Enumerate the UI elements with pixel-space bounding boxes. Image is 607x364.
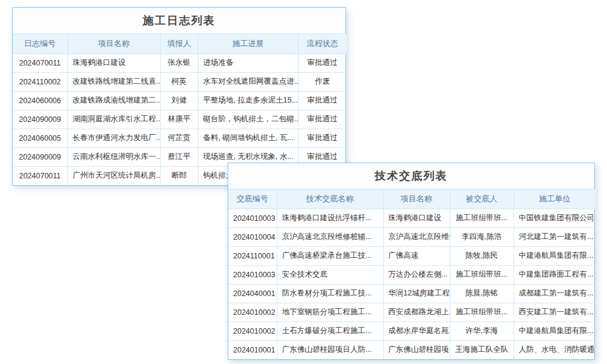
disclosure-name-link[interactable]: 安全技术交底 (277, 265, 383, 284)
log-project-link[interactable]: 湖南洞庭湖水库引水工程... (67, 110, 160, 129)
disclosure-col-id: 交底编号 (228, 189, 277, 209)
construction-log-title: 施工日志列表 (13, 8, 345, 34)
log-id-link[interactable]: 2024070011 (13, 166, 67, 185)
disclosure-row: 2024010002 土石方爆破分项工程施工... 成都水岸华庭名苑... 许华… (228, 322, 595, 340)
disclosure-unit: 中建集团路面工程有... (514, 265, 595, 284)
technical-disclosure-table: 交底编号 技术交底名称 项目名称 被交底人 施工单位 2024010003 珠海… (228, 189, 595, 359)
disclosure-id-link[interactable]: 2024010004 (228, 228, 277, 246)
log-project-link[interactable]: 广州市天河区统计局机房... (67, 166, 160, 185)
disclosure-name-link[interactable]: 防水卷材分项工程施工技... (277, 284, 383, 303)
disclosure-project-link[interactable]: 广东佛山碧桂园项目 (383, 340, 450, 359)
log-progress: 砌台阶，钩机排土，二包砌... (198, 110, 298, 129)
disclosure-unit: 中建港航局集团有限... (514, 322, 595, 340)
log-project-link[interactable]: 改建铁路线增建第二线直... (67, 72, 160, 91)
disclosure-unit: 中国铁建集团有限公司 (514, 209, 595, 228)
log-project-link[interactable]: 长春市伊通河水力发电厂... (67, 129, 160, 147)
log-reporter: 张永银 (160, 53, 198, 72)
log-status-badge: 审批通过 (298, 129, 347, 147)
disclosure-unit: 成都建工第一建筑有... (514, 284, 595, 303)
disclosure-unit: 河北建工第一建筑有... (514, 228, 595, 246)
disclosure-id-link[interactable]: 2024040001 (228, 284, 277, 303)
disclosure-unit: 人防、水电、消防暖通... (514, 340, 595, 359)
disclosure-header-row: 交底编号 技术交底名称 项目名称 被交底人 施工单位 (228, 189, 595, 209)
disclosure-person: 李四海,陈浩 (450, 228, 514, 246)
disclosure-row: 2024010004 京沪高速北京段维修桩辅... 京沪高速北京段维修 李四海,… (228, 228, 595, 246)
log-status-badge: 审批通过 (298, 110, 347, 129)
log-id-link[interactable]: 2024110002 (13, 72, 67, 91)
log-row: 2024070011 珠海鹤港口建设 张永银 进场准备 审批通过 (13, 53, 347, 72)
disclosure-name-link[interactable]: 京沪高速北京段维修桩辅... (277, 228, 383, 246)
disclosure-col-unit: 施工单位 (514, 189, 595, 209)
log-col-project: 项目名称 (67, 34, 160, 53)
disclosure-row: 2024040001 防水卷材分项工程施工技... 华润12城房建工程... 陈… (228, 284, 595, 303)
disclosure-col-person: 被交底人 (450, 189, 514, 209)
disclosure-project-link[interactable]: 成都水岸华庭名苑... (383, 322, 450, 340)
construction-log-panel: 施工日志列表 日志编号 项目名称 填报人 施工进展 流程状态 202407001… (12, 7, 346, 186)
disclosure-name-link[interactable]: 广东佛山碧桂园项目人防... (277, 340, 383, 359)
disclosure-row: 2024110001 广佛高速桥梁承台施工技... 广佛高速 陈牧,陈民 中建港… (228, 246, 595, 265)
technical-disclosure-title: 技术交底列表 (228, 163, 594, 189)
disclosure-person: 施工班组带班... (450, 303, 514, 322)
log-header-row: 日志编号 项目名称 填报人 施工进展 流程状态 (13, 34, 347, 53)
log-row: 2024090009 湖南洞庭湖水库引水工程... 林康平 砌台阶，钩机排土，二… (13, 110, 347, 129)
log-col-reporter: 填报人 (160, 34, 198, 53)
log-progress: 进场准备 (198, 53, 298, 72)
disclosure-person: 王海施工队全队 (450, 340, 514, 359)
log-progress: 备料, 砌间墙钩机排土, 瓦... (198, 129, 298, 147)
log-id-link[interactable]: 2024070011 (13, 53, 67, 72)
disclosure-col-name: 技术交底名称 (277, 189, 383, 209)
log-row: 2024060005 长春市伊通河水力发电厂... 何芷贡 备料, 砌间墙钩机排… (13, 129, 347, 147)
disclosure-project-link[interactable]: 广佛高速 (383, 246, 450, 265)
log-col-progress: 施工进展 (198, 34, 298, 53)
disclosure-row: 2024010003 安全技术交底 万达办公楼左侧... 施工班组带班... 中… (228, 265, 595, 284)
log-reporter: 刘健 (160, 91, 198, 110)
log-id-link[interactable]: 2024090009 (13, 110, 67, 129)
log-reporter: 断郎 (160, 166, 198, 185)
disclosure-person: 许华,李海 (450, 322, 514, 340)
disclosure-project-link[interactable]: 京沪高速北京段维修 (383, 228, 450, 246)
disclosure-id-link[interactable]: 2024010002 (228, 322, 277, 340)
disclosure-col-project: 项目名称 (383, 189, 450, 209)
disclosure-id-link[interactable]: 2024010003 (228, 209, 277, 228)
log-status-badge: 作废 (298, 72, 347, 91)
log-reporter: 何芷贡 (160, 129, 198, 147)
disclosure-unit: 中建港航局集团有限... (514, 246, 595, 265)
disclosure-project-link[interactable]: 华润12城房建工程... (383, 284, 450, 303)
log-status-badge: 审批通过 (298, 53, 347, 72)
log-col-id: 日志编号 (13, 34, 67, 53)
log-progress: 水车对全线遮阳网覆盖点进... (198, 72, 298, 91)
disclosure-id-link[interactable]: 2024110001 (228, 246, 277, 265)
disclosure-person: 施工班组带班... (450, 209, 514, 228)
disclosure-id-link[interactable]: 2024010002 (228, 303, 277, 322)
disclosure-person: 陈牧,陈民 (450, 246, 514, 265)
log-reporter: 柯英 (160, 72, 198, 91)
log-col-status: 流程状态 (298, 34, 347, 53)
disclosure-project-link[interactable]: 万达办公楼左侧... (383, 265, 450, 284)
disclosure-row: 2024010003 珠海鹤港口建设抗浮锚杆... 珠海鹤港口建设 施工班组带班… (228, 209, 595, 228)
disclosure-row: 2024010002 地下室钢筋分项工程施工... 西安成都路龙湖上... 施工… (228, 303, 595, 322)
disclosure-id-link[interactable]: 2024010003 (228, 265, 277, 284)
log-id-link[interactable]: 2024090009 (13, 147, 67, 166)
disclosure-unit: 西安建工第一建筑有... (514, 303, 595, 322)
log-project-link[interactable]: 云南水利枢纽潜明水库一... (67, 147, 160, 166)
disclosure-project-link[interactable]: 珠海鹤港口建设 (383, 209, 450, 228)
disclosure-person: 陈晨,陈铭 (450, 284, 514, 303)
disclosure-name-link[interactable]: 地下室钢筋分项工程施工... (277, 303, 383, 322)
log-reporter: 蔡江平 (160, 147, 198, 166)
disclosure-row: 2024010001 广东佛山碧桂园项目人防... 广东佛山碧桂园项目 王海施工… (228, 340, 595, 359)
log-reporter: 林康平 (160, 110, 198, 129)
disclosure-id-link[interactable]: 2024010001 (228, 340, 277, 359)
disclosure-name-link[interactable]: 广佛高速桥梁承台施工技... (277, 246, 383, 265)
technical-disclosure-panel: 技术交底列表 交底编号 技术交底名称 项目名称 被交底人 施工单位 202401… (228, 163, 595, 360)
log-project-link[interactable]: 珠海鹤港口建设 (67, 53, 160, 72)
log-project-link[interactable]: 改建铁路成渝线增建第二... (67, 91, 160, 110)
log-progress: 平整场地, 拉走多余泥土15... (198, 91, 298, 110)
disclosure-name-link[interactable]: 珠海鹤港口建设抗浮锚杆... (277, 209, 383, 228)
log-id-link[interactable]: 2024060006 (13, 91, 67, 110)
disclosure-person: 施工班组带班... (450, 265, 514, 284)
log-id-link[interactable]: 2024060005 (13, 129, 67, 147)
disclosure-project-link[interactable]: 西安成都路龙湖上... (383, 303, 450, 322)
disclosure-name-link[interactable]: 土石方爆破分项工程施工... (277, 322, 383, 340)
log-status-badge: 审批通过 (298, 91, 347, 110)
log-row: 2024060006 改建铁路成渝线增建第二... 刘健 平整场地, 拉走多余泥… (13, 91, 347, 110)
